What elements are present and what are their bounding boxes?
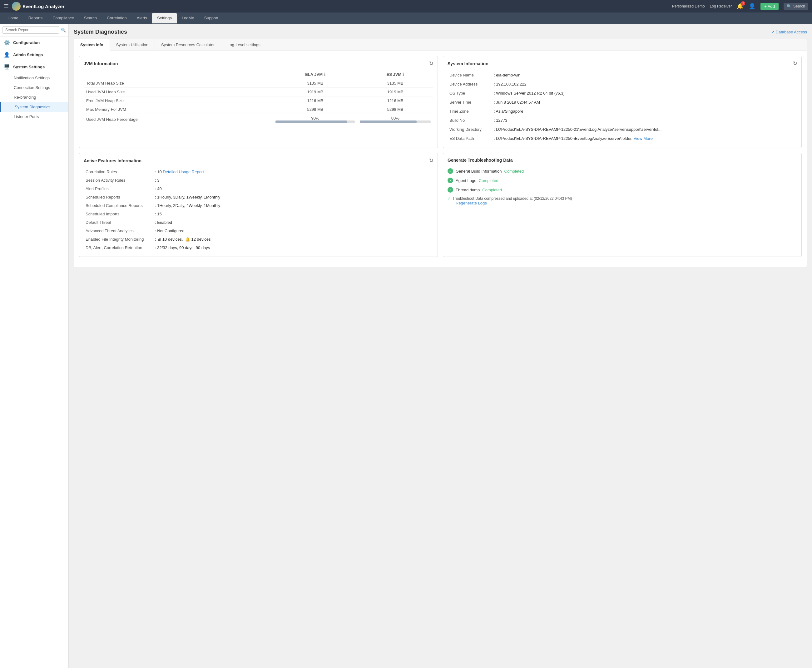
search-report-input[interactable]: [2, 26, 59, 34]
top-search-button[interactable]: 🔍 Search: [784, 3, 808, 10]
configuration-icon: ⚙️: [4, 40, 10, 45]
tab-correlation[interactable]: Correlation: [102, 13, 132, 23]
table-row: Free JVM Heap Size 1216 MB 1216 MB: [84, 97, 433, 105]
sidebar-section-admin-settings[interactable]: 👤 Admin Settings: [0, 49, 69, 61]
feat-label-scheduled-reports: Scheduled Reports: [84, 193, 153, 201]
jvm-row-label-4: Max Memory For JVM: [84, 105, 273, 114]
jvm-ela-val-5: 90%: [273, 114, 357, 125]
table-row: Default Threat : Enabled: [84, 219, 432, 226]
sidebar-item-system-diagnostics[interactable]: System Diagnostics: [0, 102, 69, 112]
detailed-usage-report-link[interactable]: Detailed Usage Report: [163, 169, 204, 174]
view-more-link[interactable]: View More: [634, 136, 653, 141]
sysinfo-val-device-name: : ela-demo-win: [492, 71, 796, 79]
sidebar-section-system-settings[interactable]: 🖥️ System Settings: [0, 61, 69, 73]
tab-alerts[interactable]: Alerts: [132, 13, 152, 23]
jvm-es-val-1: 3135 MB: [357, 79, 433, 88]
sidebar-system-settings-label: System Settings: [13, 65, 45, 69]
sysinfo-refresh-icon[interactable]: ↻: [793, 60, 797, 67]
sidebar-item-rebranding[interactable]: Re-branding: [0, 92, 69, 102]
regenerate-logs-link[interactable]: Regenerate Logs: [455, 201, 797, 205]
notification-count: 2: [741, 1, 745, 6]
features-card-title: Active Features Information: [84, 158, 141, 163]
jvm-information-card: JVM Information ↻ ELA JVM ℹ ES JVM ℹ: [79, 56, 438, 148]
features-refresh-icon[interactable]: ↻: [429, 158, 433, 164]
top-bar-right: Personalized Demo Log Receiver 🔔 2 👤 + A…: [672, 3, 808, 10]
tab-settings[interactable]: Settings: [152, 13, 177, 23]
personalized-demo-label: Personalized Demo: [672, 4, 705, 8]
jvm-row-label-5: Used JVM Heap Percentage: [84, 114, 273, 125]
ela-progress-bar: [275, 120, 347, 123]
sidebar-item-listener-ports[interactable]: Listener Ports: [0, 112, 69, 122]
tab-log-level-settings[interactable]: Log-Level settings: [221, 39, 267, 50]
tab-system-resources-calculator[interactable]: System Resources Calculator: [155, 39, 221, 50]
feat-label-default-threat: Default Threat: [84, 219, 153, 226]
jvm-col-label: [84, 70, 273, 79]
jvm-es-val-3: 1216 MB: [357, 97, 433, 105]
main-content: System Diagnostics ↗ Database Access Sys…: [69, 24, 812, 668]
sysinfo-label-server-time: Server Time: [448, 98, 492, 107]
tab-reports[interactable]: Reports: [23, 13, 48, 23]
sidebar-configuration-label: Configuration: [13, 40, 40, 45]
jvm-refresh-icon[interactable]: ↻: [429, 60, 433, 67]
top-search-label: Search: [793, 4, 805, 8]
sidebar-section-configuration[interactable]: ⚙️ Configuration: [0, 37, 69, 49]
layout: 🔍 ⚙️ Configuration 👤 Admin Settings 🖥️ S…: [0, 24, 812, 668]
notification-bell[interactable]: 🔔 2: [737, 3, 743, 10]
feat-val-file-integrity: : 🖥 10 devices, 🔔 12 devices: [154, 235, 432, 243]
sidebar-item-connection-settings[interactable]: Connection Settings: [0, 83, 69, 92]
tab-compliance[interactable]: Compliance: [47, 13, 79, 23]
jvm-ela-val-1: 3135 MB: [273, 79, 357, 88]
troubleshoot-status-3: Completed: [482, 188, 502, 192]
sysinfo-table: Device Name : ela-demo-win Device Addres…: [447, 70, 797, 143]
sysinfo-val-device-address: : 192.168.102.222: [492, 80, 796, 89]
feat-label-retention: DB, Alert, Correlation Retention: [84, 244, 153, 252]
tab-home[interactable]: Home: [2, 13, 23, 23]
hamburger-icon[interactable]: ☰: [4, 3, 9, 10]
sysinfo-card-title: System Information: [447, 61, 489, 66]
user-avatar[interactable]: 👤: [748, 3, 755, 10]
tab-logme[interactable]: LogMe: [177, 13, 199, 23]
sysinfo-val-timezone: : Asia/Singapore: [492, 107, 796, 115]
sidebar-item-notification-settings[interactable]: Notification Settings: [0, 73, 69, 83]
cards-row-2: Active Features Information ↻ Correlatio…: [79, 153, 802, 257]
feat-val-scheduled-reports: : 1Hourly, 3Daily, 1Weekly, 1Monthly: [154, 193, 432, 201]
troubleshoot-status-1: Completed: [504, 169, 524, 174]
tab-search[interactable]: Search: [79, 13, 102, 23]
table-row: Total JVM Heap Size 3135 MB 3135 MB: [84, 79, 433, 88]
db-access-label: Database Access: [776, 30, 807, 34]
troubleshoot-note: ✓ Troubleshoot Data compressed and uploa…: [447, 196, 797, 201]
database-access-link[interactable]: ↗ Database Access: [771, 30, 807, 34]
system-information-card: System Information ↻ Device Name : ela-d…: [443, 56, 802, 148]
table-row: Used JVM Heap Percentage 90% 80%: [84, 114, 433, 125]
admin-settings-icon: 👤: [4, 52, 10, 58]
sysinfo-val-es-data-path: : D:\Product\ELA-SYS-DIA-REVAMP-12250-\E…: [492, 134, 796, 143]
feat-label-scheduled-compliance: Scheduled Compliance Reports: [84, 202, 153, 209]
page-title: System Diagnostics: [74, 29, 127, 35]
features-card-header: Active Features Information ↻: [84, 158, 433, 164]
troubleshoot-card-title: Generate Troubleshooting Data: [447, 158, 512, 163]
info-icon: ℹ: [324, 72, 325, 77]
feat-label-alert-profiles: Alert Profiles: [84, 185, 153, 193]
top-bar-left: ☰ EventLog Analyzer: [4, 2, 64, 11]
content-tab-bar: System Info System Utilization System Re…: [74, 39, 807, 51]
table-row: Used JVM Heap Size 1919 MB 1919 MB: [84, 88, 433, 97]
jvm-table: ELA JVM ℹ ES JVM ℹ Total JVM Heap Size 3…: [84, 70, 433, 125]
tab-system-utilization[interactable]: System Utilization: [110, 39, 155, 50]
log-receiver-label[interactable]: Log Receiver: [710, 4, 732, 8]
troubleshoot-status-2: Completed: [479, 178, 499, 183]
sysinfo-label-working-dir: Working Directory: [448, 125, 492, 134]
sidebar-search-area: 🔍: [0, 24, 69, 37]
logo-circle: [12, 2, 21, 11]
sysinfo-val-working-dir: : D:\Product\ELA-SYS-DIA-REVAMP-12250-21…: [492, 125, 796, 134]
sysinfo-label-os-type: OS Type: [448, 89, 492, 97]
add-button[interactable]: + Add: [760, 3, 779, 10]
feat-val-scheduled-compliance: : 1Hourly, 2Daily, 4Weekly, 1Monthly: [154, 202, 432, 209]
table-row: Session Activity Rules : 3: [84, 176, 432, 184]
troubleshoot-item-2: ✓ Agent Logs Completed: [447, 176, 797, 185]
tab-support[interactable]: Support: [199, 13, 224, 23]
table-row: ES Data Path : D:\Product\ELA-SYS-DIA-RE…: [448, 134, 796, 143]
es-info-icon: ℹ: [403, 72, 404, 77]
tab-system-info[interactable]: System Info: [74, 39, 110, 51]
table-row: Scheduled Imports : 15: [84, 210, 432, 218]
completed-icon-3: ✓: [447, 187, 453, 193]
